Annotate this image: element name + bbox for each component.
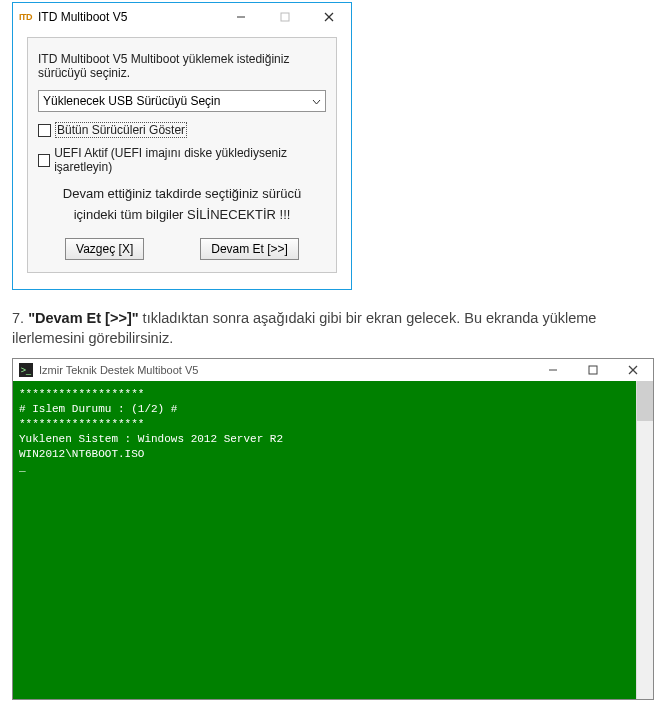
uefi-active-checkbox-row[interactable]: UEFI Aktif (UEFI imajını diske yüklediys… [38,146,326,174]
console-close-button[interactable] [613,359,653,381]
console-title: Izmir Teknik Destek Multiboot V5 [39,364,533,376]
console-window: >_ Izmir Teknik Destek Multiboot V5 ****… [12,358,654,700]
console-minimize-button[interactable] [533,359,573,381]
dialog-body: ITD Multiboot V5 Multiboot yüklemek iste… [27,37,337,273]
warning-text: Devam ettiğiniz takdirde seçtiğiniz sürü… [38,184,326,226]
continue-button[interactable]: Devam Et [>>] [200,238,299,260]
instruction-text: ITD Multiboot V5 Multiboot yüklemek iste… [38,52,326,80]
console-icon: >_ [19,363,33,377]
console-maximize-button[interactable] [573,359,613,381]
dialog-titlebar: ITD ITD Multiboot V5 [13,3,351,31]
itd-multiboot-dialog: ITD ITD Multiboot V5 ITD Multiboot V5 Mu… [12,2,352,290]
cancel-button[interactable]: Vazgeç [X] [65,238,144,260]
scrollbar-thumb[interactable] [637,381,653,421]
button-row: Vazgeç [X] Devam Et [>>] [38,238,326,260]
usb-drive-select[interactable]: Yüklenecek USB Sürücüyü Seçin [38,90,326,112]
step-7-text: 7. "Devam Et [>>]" tıkladıktan sonra aşa… [12,308,659,349]
console-scrollbar[interactable] [636,381,653,699]
uefi-active-label: UEFI Aktif (UEFI imajını diske yüklediys… [54,146,326,174]
dialog-title: ITD Multiboot V5 [38,10,219,24]
show-all-drives-label: Bütün Sürücüleri Göster [55,122,187,138]
minimize-button[interactable] [219,3,263,31]
console-output: ******************* # Islem Durumu : (1/… [13,381,636,699]
show-all-drives-checkbox-row[interactable]: Bütün Sürücüleri Göster [38,122,326,138]
app-icon: ITD [19,12,32,22]
close-button[interactable] [307,3,351,31]
maximize-button[interactable] [263,3,307,31]
select-placeholder: Yüklenecek USB Sürücüyü Seçin [43,94,220,108]
svg-rect-5 [589,366,597,374]
checkbox-icon [38,154,50,167]
svg-rect-1 [281,13,289,21]
console-titlebar: >_ Izmir Teknik Destek Multiboot V5 [13,359,653,381]
checkbox-icon [38,124,51,137]
chevron-down-icon [312,96,321,107]
